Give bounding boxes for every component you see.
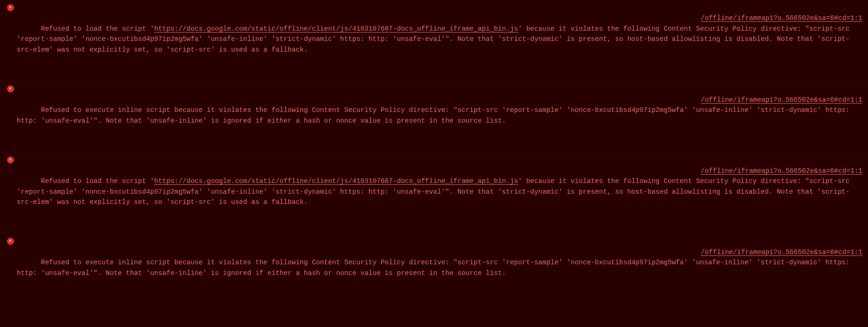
message-text: Refused to load the script 'https://docs… bbox=[17, 177, 854, 206]
message-url-link[interactable]: https://docs.google.com/static/offline/c… bbox=[154, 177, 518, 185]
icon-column bbox=[4, 3, 17, 76]
message-text: Refused to execute inline script because… bbox=[17, 259, 854, 276]
console-error-entry[interactable]: /offline/iframeapi?o…566502e&sa=6#cd=1:1… bbox=[0, 233, 868, 304]
message-prefix: Refused to load the script ' bbox=[41, 177, 154, 185]
console-error-entry[interactable]: /offline/iframeapi?o…566502e&sa=6#cd=1:1… bbox=[0, 81, 868, 152]
message-column: /offline/iframeapi?o…566502e&sa=6#cd=1:1… bbox=[17, 155, 863, 228]
source-link[interactable]: /offline/iframeapi?o…566502e&sa=6#cd=1:1 bbox=[691, 95, 863, 105]
error-icon bbox=[7, 85, 14, 92]
error-icon bbox=[7, 157, 14, 164]
message-url-link[interactable]: https://docs.google.com/static/offline/c… bbox=[154, 25, 518, 33]
message-column: /offline/iframeapi?o…566502e&sa=6#cd=1:1… bbox=[17, 3, 863, 76]
message-prefix: Refused to execute inline script because… bbox=[17, 106, 854, 124]
console-error-entry[interactable]: /offline/iframeapi?o…566502e&sa=6#cd=1:1… bbox=[0, 152, 868, 233]
message-column: /offline/iframeapi?o…566502e&sa=6#cd=1:1… bbox=[17, 84, 863, 147]
message-prefix: Refused to execute inline script because… bbox=[17, 259, 854, 276]
error-icon bbox=[7, 238, 14, 245]
console-log: /offline/iframeapi?o…566502e&sa=6#cd=1:1… bbox=[0, 0, 868, 304]
source-link[interactable]: /offline/iframeapi?o…566502e&sa=6#cd=1:1 bbox=[691, 166, 863, 176]
icon-column bbox=[4, 84, 17, 147]
console-error-entry[interactable]: /offline/iframeapi?o…566502e&sa=6#cd=1:1… bbox=[0, 0, 868, 81]
icon-column bbox=[4, 236, 17, 299]
message-column: /offline/iframeapi?o…566502e&sa=6#cd=1:1… bbox=[17, 236, 863, 299]
message-text: Refused to execute inline script because… bbox=[17, 106, 854, 124]
message-text: Refused to load the script 'https://docs… bbox=[17, 25, 854, 53]
source-link[interactable]: /offline/iframeapi?o…566502e&sa=6#cd=1:1 bbox=[691, 13, 863, 23]
source-link[interactable]: /offline/iframeapi?o…566502e&sa=6#cd=1:1 bbox=[691, 247, 863, 257]
error-icon bbox=[7, 4, 14, 11]
icon-column bbox=[4, 155, 17, 228]
message-prefix: Refused to load the script ' bbox=[41, 25, 154, 33]
